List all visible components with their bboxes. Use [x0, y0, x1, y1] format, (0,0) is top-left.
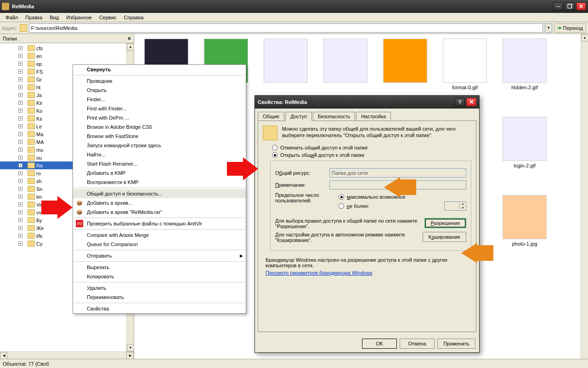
- expand-icon[interactable]: +: [18, 226, 23, 230]
- context-menu-item[interactable]: Finder...: [73, 95, 246, 104]
- expand-icon[interactable]: +: [18, 124, 23, 128]
- context-menu-item[interactable]: Queue for Comparison: [73, 240, 246, 249]
- expand-icon[interactable]: +: [18, 62, 23, 66]
- menu-Избранное[interactable]: Избранное: [62, 14, 96, 21]
- tree-hscrollbar[interactable]: ◀ ▶: [0, 351, 134, 359]
- folders-close-icon[interactable]: ×: [128, 35, 131, 42]
- context-menu-item[interactable]: Свернуть: [73, 65, 246, 74]
- scroll-up-button[interactable]: ▲: [581, 34, 588, 41]
- context-menu-item[interactable]: Print with DirPrn ...: [73, 113, 246, 122]
- dialog-close-button[interactable]: ✕: [466, 98, 476, 106]
- maximize-button[interactable]: ❐: [565, 2, 575, 11]
- expand-icon[interactable]: +: [18, 218, 23, 222]
- context-menu-item[interactable]: Найти...: [73, 150, 246, 159]
- menu-Правка[interactable]: Правка: [22, 14, 46, 21]
- context-menu-item[interactable]: Копировать: [73, 272, 246, 281]
- tree-item[interactable]: +en: [0, 52, 134, 60]
- context-menu-item[interactable]: Проводник: [73, 76, 246, 86]
- address-dropdown[interactable]: ▼: [545, 23, 552, 33]
- expand-icon[interactable]: +: [18, 202, 23, 207]
- tab-Безопасность[interactable]: Безопасность: [313, 112, 355, 121]
- context-menu-item[interactable]: Browse in Adobe Bridge CS5: [73, 122, 246, 132]
- context-menu-item[interactable]: 📦Добавить в архив...: [73, 198, 246, 207]
- expand-icon[interactable]: +: [18, 54, 23, 58]
- ok-button[interactable]: OK: [362, 339, 397, 349]
- context-menu-item[interactable]: Удалить: [73, 283, 246, 293]
- go-button[interactable]: ➔Переход: [554, 23, 586, 33]
- context-menu-item[interactable]: Отправить▶: [73, 251, 246, 260]
- expand-icon[interactable]: +: [18, 210, 23, 214]
- close-button[interactable]: ✕: [576, 2, 586, 11]
- tab-Настройка[interactable]: Настройка: [356, 112, 391, 121]
- thumbnail[interactable]: [378, 39, 433, 85]
- thumbnail[interactable]: login-2.gif: [497, 117, 552, 168]
- expand-icon[interactable]: +: [18, 109, 23, 113]
- expand-icon[interactable]: +: [18, 93, 23, 97]
- content-scrollbar[interactable]: ▲: [581, 34, 588, 359]
- scroll-up-button[interactable]: ▲: [127, 43, 134, 51]
- permissions-button[interactable]: Разрешения: [424, 218, 466, 228]
- dialog-help-button[interactable]: ?: [455, 98, 465, 106]
- caching-button[interactable]: Кэширование: [423, 232, 466, 242]
- expand-icon[interactable]: +: [18, 132, 23, 136]
- tab-Общие[interactable]: Общие: [258, 112, 284, 121]
- expand-icon[interactable]: +: [18, 163, 23, 167]
- context-menu-item[interactable]: Find with Finder...: [73, 104, 246, 113]
- expand-icon[interactable]: +: [18, 179, 23, 183]
- context-menu-item[interactable]: Общий доступ и безопасность...: [73, 189, 246, 198]
- context-menu-item[interactable]: Compare with Araxis Merge: [73, 230, 246, 240]
- expand-icon[interactable]: +: [18, 242, 23, 246]
- radio-disable-share[interactable]: Отменить общий доступ к этой папке: [272, 145, 471, 150]
- tab-Доступ[interactable]: Доступ: [285, 112, 312, 121]
- expand-icon[interactable]: +: [18, 77, 23, 81]
- context-menu-item[interactable]: Browse with FastStone: [73, 132, 246, 141]
- share-name-input[interactable]: [329, 168, 466, 178]
- context-menu-item[interactable]: Воспроизвести в KMP: [73, 178, 246, 187]
- menu-Вид[interactable]: Вид: [46, 14, 62, 21]
- expand-icon[interactable]: +: [18, 101, 23, 105]
- tree-item[interactable]: +cfs: [0, 44, 134, 52]
- expand-icon[interactable]: +: [18, 116, 23, 121]
- expand-icon[interactable]: +: [18, 187, 23, 191]
- expand-icon[interactable]: +: [18, 69, 23, 74]
- minimize-button[interactable]: ─: [553, 2, 563, 11]
- expand-icon[interactable]: +: [18, 195, 23, 199]
- note-input[interactable]: [329, 180, 466, 190]
- context-menu-item[interactable]: Открыть: [73, 86, 246, 95]
- expand-icon[interactable]: +: [18, 46, 23, 50]
- scroll-down-button[interactable]: ▼: [127, 344, 134, 351]
- thumbnail[interactable]: [318, 39, 373, 85]
- context-menu-item[interactable]: Переименовать: [73, 293, 246, 302]
- context-menu-item[interactable]: Start Flash Renamer...: [73, 159, 246, 168]
- apply-button[interactable]: Применить: [437, 339, 475, 349]
- expand-icon[interactable]: +: [18, 148, 23, 152]
- address-input[interactable]: F:\sources\RelMedia: [29, 23, 543, 33]
- expand-icon[interactable]: +: [18, 85, 23, 89]
- menu-Сервис[interactable]: Сервис: [96, 14, 120, 21]
- context-menu-item[interactable]: 📦Добавить в архив "RelMedia.rar": [73, 207, 246, 217]
- scroll-left-button[interactable]: ◀: [0, 352, 7, 359]
- expand-icon[interactable]: +: [18, 171, 23, 175]
- context-menu-item[interactable]: Запуск командной строки здесь: [73, 141, 246, 150]
- radio-enable-share[interactable]: Открыть общий доступ к этой папке: [272, 152, 471, 158]
- expand-icon[interactable]: +: [18, 155, 23, 160]
- context-menu-item[interactable]: Свойства: [73, 304, 246, 313]
- radio-limit-users[interactable]: не более: ▲▼: [339, 201, 466, 211]
- thumbnail[interactable]: photo-1.jpg: [497, 195, 552, 247]
- menu-Справка[interactable]: Справка: [120, 14, 147, 21]
- context-menu-item[interactable]: AVПроверить выбранные файлы с помощью An…: [73, 219, 246, 228]
- cancel-button[interactable]: Отмена: [400, 339, 435, 349]
- thumbnail[interactable]: format-0.gif: [437, 39, 492, 90]
- thumbnail[interactable]: hidden-2.gif: [497, 39, 552, 90]
- dialog-titlebar[interactable]: Свойства: RelMedia ? ✕: [255, 96, 479, 109]
- radio-max-users[interactable]: максимально возможное: [339, 194, 466, 200]
- context-menu-item[interactable]: Добавить в KMP: [73, 168, 246, 178]
- thumbnail[interactable]: [258, 39, 313, 85]
- expand-icon[interactable]: +: [18, 234, 23, 238]
- expand-icon[interactable]: +: [18, 140, 23, 144]
- user-limit-spinner[interactable]: ▲▼: [444, 201, 466, 211]
- context-menu-item[interactable]: Вырезать: [73, 263, 246, 272]
- scroll-right-button[interactable]: ▶: [126, 352, 134, 359]
- menu-Файл[interactable]: Файл: [2, 14, 22, 21]
- firewall-link[interactable]: Просмотр параметров брандмауэра Windows: [266, 270, 373, 276]
